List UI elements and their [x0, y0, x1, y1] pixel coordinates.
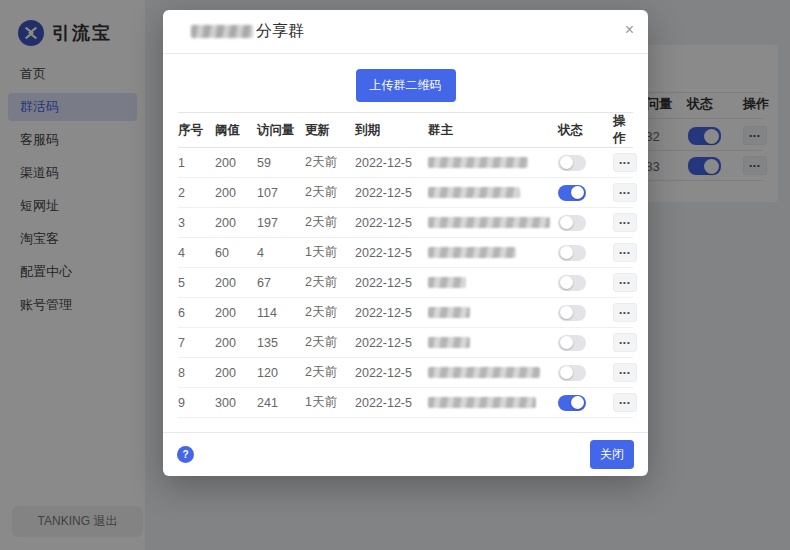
- cell-status: [558, 298, 613, 328]
- cell-updated: 2天前: [305, 358, 355, 388]
- status-toggle[interactable]: [558, 185, 586, 201]
- close-icon[interactable]: ×: [625, 22, 634, 38]
- cell-threshold: 300: [215, 388, 257, 418]
- cell-owner: [428, 358, 558, 388]
- more-actions-button[interactable]: •••: [613, 273, 637, 292]
- status-toggle[interactable]: [558, 155, 586, 171]
- cell-action: •••: [613, 298, 633, 328]
- cell-expires: 2022-12-5: [355, 388, 428, 418]
- table-row: 4 60 4 1天前 2022-12-5 •••: [178, 238, 633, 268]
- cell-threshold: 200: [215, 148, 257, 178]
- upload-qrcode-button[interactable]: 上传群二维码: [356, 69, 456, 102]
- cell-no: 3: [178, 208, 215, 238]
- cell-owner: [428, 388, 558, 418]
- cell-no: 5: [178, 268, 215, 298]
- status-toggle[interactable]: [558, 275, 586, 291]
- cell-threshold: 200: [215, 208, 257, 238]
- table-row: 7 200 135 2天前 2022-12-5 •••: [178, 328, 633, 358]
- more-actions-button[interactable]: •••: [613, 363, 637, 382]
- status-toggle[interactable]: [558, 215, 586, 231]
- cell-updated: 2天前: [305, 208, 355, 238]
- cell-visits: 59: [257, 148, 305, 178]
- more-actions-button[interactable]: •••: [613, 243, 637, 262]
- cell-no: 8: [178, 358, 215, 388]
- table-row: 5 200 67 2天前 2022-12-5 •••: [178, 268, 633, 298]
- cell-updated: 2天前: [305, 268, 355, 298]
- cell-owner: [428, 238, 558, 268]
- redacted-owner-name: [428, 187, 520, 198]
- table-row: 8 200 120 2天前 2022-12-5 •••: [178, 358, 633, 388]
- cell-updated: 2天前: [305, 298, 355, 328]
- cell-expires: 2022-12-5: [355, 298, 428, 328]
- more-actions-button[interactable]: •••: [613, 393, 637, 412]
- cell-status: [558, 358, 613, 388]
- cell-threshold: 200: [215, 268, 257, 298]
- cell-visits: 67: [257, 268, 305, 298]
- cell-updated: 2天前: [305, 148, 355, 178]
- column-visits: 访问量: [257, 113, 305, 148]
- cell-owner: [428, 208, 558, 238]
- cell-status: [558, 268, 613, 298]
- cell-threshold: 200: [215, 298, 257, 328]
- cell-visits: 114: [257, 298, 305, 328]
- share-group-modal: 分享群 × 上传群二维码 序号 阈值 访问量 更新 到期 群主 状态 操作 1 …: [163, 10, 648, 476]
- column-updated: 更新: [305, 113, 355, 148]
- cell-owner: [428, 298, 558, 328]
- modal-title: 分享群: [256, 21, 304, 42]
- redacted-owner-name: [428, 217, 550, 228]
- redacted-owner-name: [428, 307, 470, 318]
- cell-expires: 2022-12-5: [355, 358, 428, 388]
- help-icon[interactable]: ?: [177, 446, 194, 463]
- cell-expires: 2022-12-5: [355, 148, 428, 178]
- column-status: 状态: [558, 113, 613, 148]
- more-actions-button[interactable]: •••: [613, 213, 637, 232]
- column-no: 序号: [178, 113, 215, 148]
- more-actions-button[interactable]: •••: [613, 183, 637, 202]
- cell-threshold: 200: [215, 358, 257, 388]
- cell-action: •••: [613, 148, 633, 178]
- more-actions-button[interactable]: •••: [613, 153, 637, 172]
- redacted-owner-name: [428, 157, 528, 168]
- cell-action: •••: [613, 178, 633, 208]
- cell-no: 7: [178, 328, 215, 358]
- status-toggle[interactable]: [558, 365, 586, 381]
- cell-expires: 2022-12-5: [355, 178, 428, 208]
- status-toggle[interactable]: [558, 305, 586, 321]
- cell-threshold: 200: [215, 328, 257, 358]
- cell-action: •••: [613, 328, 633, 358]
- cell-threshold: 200: [215, 178, 257, 208]
- column-owner: 群主: [428, 113, 558, 148]
- cell-expires: 2022-12-5: [355, 328, 428, 358]
- cell-updated: 2天前: [305, 328, 355, 358]
- cell-no: 9: [178, 388, 215, 418]
- cell-no: 1: [178, 148, 215, 178]
- more-actions-button[interactable]: •••: [613, 303, 637, 322]
- more-actions-button[interactable]: •••: [613, 333, 637, 352]
- cell-visits: 107: [257, 178, 305, 208]
- status-toggle[interactable]: [558, 245, 586, 261]
- cell-owner: [428, 268, 558, 298]
- cell-visits: 4: [257, 238, 305, 268]
- cell-expires: 2022-12-5: [355, 208, 428, 238]
- cell-status: [558, 238, 613, 268]
- cell-visits: 197: [257, 208, 305, 238]
- table-header-row: 序号 阈值 访问量 更新 到期 群主 状态 操作: [178, 113, 633, 148]
- close-modal-button[interactable]: 关闭: [590, 440, 634, 469]
- table-row: 3 200 197 2天前 2022-12-5 •••: [178, 208, 633, 238]
- redacted-owner-name: [428, 367, 540, 378]
- cell-threshold: 60: [215, 238, 257, 268]
- cell-action: •••: [613, 268, 633, 298]
- status-toggle[interactable]: [558, 395, 586, 411]
- modal-footer: ? 关闭: [163, 432, 648, 476]
- redacted-group-name: [191, 25, 253, 38]
- redacted-owner-name: [428, 277, 466, 288]
- cell-action: •••: [613, 358, 633, 388]
- cell-no: 6: [178, 298, 215, 328]
- cell-visits: 241: [257, 388, 305, 418]
- column-expires: 到期: [355, 113, 428, 148]
- status-toggle[interactable]: [558, 335, 586, 351]
- cell-status: [558, 388, 613, 418]
- cell-visits: 135: [257, 328, 305, 358]
- cell-expires: 2022-12-5: [355, 238, 428, 268]
- cell-status: [558, 178, 613, 208]
